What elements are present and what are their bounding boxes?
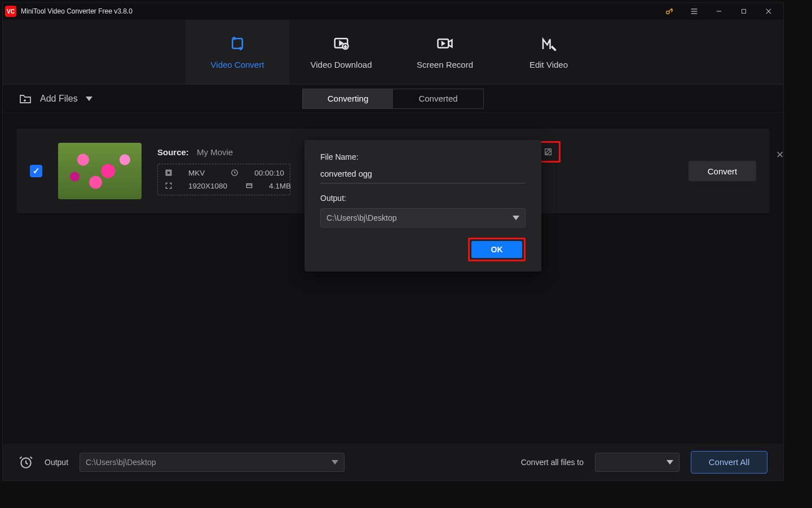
convert-format-select[interactable] <box>595 453 679 472</box>
app-logo-icon: VC <box>5 6 16 17</box>
convert-button[interactable]: Convert <box>689 161 756 181</box>
file-meta: Source: My Movie MKV 00:00:10 1920X1080 <box>157 147 290 195</box>
sub-bar: Add Files Converting Converted <box>3 85 783 113</box>
add-files-label: Add Files <box>40 94 78 104</box>
tab-screen-record[interactable]: Screen Record <box>393 20 497 84</box>
format-icon <box>165 169 173 177</box>
convert-all-button[interactable]: Convert All <box>691 451 767 474</box>
close-button[interactable] <box>756 3 781 20</box>
svg-rect-8 <box>232 38 242 49</box>
output-path-value: C:\Users\bj\Desktop <box>326 213 396 222</box>
source-name: My Movie <box>197 147 233 157</box>
ok-button-highlight: OK <box>468 238 526 261</box>
svg-rect-5 <box>742 10 746 14</box>
add-files-button[interactable]: Add Files <box>19 92 92 106</box>
ok-button[interactable]: OK <box>471 241 522 258</box>
chevron-down-icon <box>513 216 519 220</box>
file-duration: 00:00:10 <box>254 169 284 177</box>
app-title: MiniTool Video Converter Free v3.8.0 <box>21 7 133 15</box>
filesize-icon <box>245 182 253 190</box>
file-thumbnail[interactable] <box>58 143 142 199</box>
chevron-down-icon <box>667 460 673 465</box>
tab-video-convert[interactable]: Video Convert <box>186 20 289 84</box>
output-path-value: C:\Users\bj\Desktop <box>86 458 156 467</box>
resolution-icon <box>165 182 173 190</box>
source-label: Source: <box>157 147 189 157</box>
output-label: Output <box>45 458 68 467</box>
minimize-button[interactable] <box>707 3 731 20</box>
main-tabs: Video Convert Video Download Screen Reco… <box>3 20 783 85</box>
output-path-dropdown[interactable]: C:\Users\bj\Desktop <box>320 208 526 227</box>
tab-label: Screen Record <box>417 60 473 69</box>
chevron-down-icon <box>86 97 92 101</box>
svg-rect-17 <box>167 171 170 174</box>
title-bar: VC MiniTool Video Converter Free v3.8.0 <box>3 3 783 20</box>
tab-converted[interactable]: Converted <box>393 89 483 108</box>
edit-icon <box>544 147 553 156</box>
menu-icon[interactable] <box>682 3 707 20</box>
rename-dialog: File Name: Output: C:\Users\bj\Desktop O… <box>304 140 541 271</box>
chevron-down-icon <box>332 460 338 465</box>
card-close-icon[interactable]: ✕ <box>776 149 784 161</box>
file-format: MKV <box>188 169 205 177</box>
file-resolution: 1920X1080 <box>188 182 227 190</box>
svg-point-0 <box>667 11 669 14</box>
filename-label: File Name: <box>320 152 526 161</box>
svg-marker-13 <box>442 42 444 45</box>
tab-label: Video Download <box>311 60 372 69</box>
file-details-box: MKV 00:00:10 1920X1080 4.1MB <box>157 164 290 195</box>
convert-to-label: Convert all files to <box>521 458 584 467</box>
convert-state-toggle: Converting Converted <box>302 89 484 109</box>
tab-converting[interactable]: Converting <box>303 89 393 108</box>
svg-marker-10 <box>340 41 343 45</box>
bottom-bar: Output C:\Users\bj\Desktop Convert all f… <box>3 444 783 480</box>
tab-label: Edit Video <box>529 60 568 69</box>
add-folder-icon <box>19 92 32 106</box>
alarm-icon[interactable] <box>19 455 33 470</box>
key-icon[interactable] <box>657 3 682 20</box>
filename-input[interactable] <box>320 167 526 183</box>
output-path-select[interactable]: C:\Users\bj\Desktop <box>80 453 345 472</box>
tab-label: Video Convert <box>211 60 264 69</box>
file-checkbox[interactable]: ✓ <box>30 165 42 177</box>
clock-icon <box>231 169 239 177</box>
file-size: 4.1MB <box>269 182 291 190</box>
output-label: Output: <box>320 194 526 203</box>
maximize-button[interactable] <box>731 3 756 20</box>
svg-rect-19 <box>246 184 251 188</box>
tab-edit-video[interactable]: Edit Video <box>497 20 601 84</box>
tab-video-download[interactable]: Video Download <box>289 20 393 84</box>
